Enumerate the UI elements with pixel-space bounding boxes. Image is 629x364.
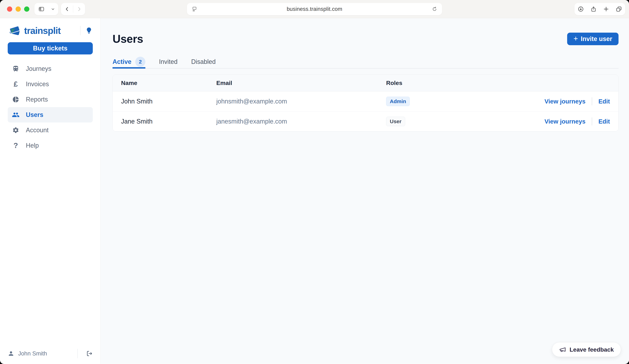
column-header-roles: Roles	[386, 80, 610, 86]
chevron-down-icon[interactable]	[51, 7, 55, 11]
view-journeys-link[interactable]: View journeys	[544, 98, 586, 105]
role-badge: Admin	[386, 97, 410, 106]
gear-icon	[12, 127, 19, 134]
back-button[interactable]	[64, 6, 70, 12]
window-controls	[7, 6, 29, 12]
plus-icon: +	[573, 35, 578, 42]
action-divider	[592, 117, 592, 125]
sidebar-user-row: John Smith	[8, 348, 93, 359]
brand-divider	[80, 26, 81, 35]
history-nav-group	[61, 3, 85, 15]
sidebar-item-label: Account	[26, 126, 49, 134]
zoom-window-button[interactable]	[24, 6, 29, 12]
pound-icon: £	[12, 80, 19, 88]
invite-user-button[interactable]: + Invite user	[567, 33, 619, 45]
tab-disabled-label: Disabled	[191, 58, 216, 65]
minimize-window-button[interactable]	[15, 6, 21, 12]
action-divider	[592, 97, 592, 105]
sidebar-item-help[interactable]: ? Help	[8, 138, 93, 153]
train-icon	[12, 65, 19, 72]
sidebar-item-invoices[interactable]: £ Invoices	[8, 77, 93, 92]
page-header: Users + Invite user	[113, 32, 619, 45]
user-name: John Smith	[121, 98, 216, 105]
pie-chart-icon	[12, 96, 19, 103]
sidebar: trainsplit Buy tickets	[0, 18, 101, 364]
sidebar-nav: Journeys £ Invoices Reports	[8, 61, 93, 153]
browser-toolbar: business.trainsplit.com	[0, 0, 629, 18]
new-tab-icon[interactable]	[603, 6, 609, 12]
main-content: Users + Invite user Active 2 Invited	[101, 18, 629, 364]
desktop: business.trainsplit.com	[0, 0, 629, 364]
share-icon[interactable]	[590, 6, 597, 12]
edit-link[interactable]: Edit	[599, 98, 610, 105]
lightbulb-icon[interactable]	[85, 27, 93, 34]
table-row: Jane Smith janesmith@example.com User Vi…	[113, 111, 618, 131]
user-row-divider	[77, 349, 78, 358]
toolbar-actions-group	[575, 3, 625, 15]
role-badge: User	[386, 117, 405, 126]
leave-feedback-label: Leave feedback	[570, 346, 614, 353]
invite-user-label: Invite user	[581, 35, 612, 43]
address-bar[interactable]: business.trainsplit.com	[187, 3, 442, 15]
page-title: Users	[113, 32, 143, 45]
column-header-name: Name	[121, 80, 216, 86]
user-status-tabs: Active 2 Invited Disabled	[113, 56, 619, 69]
browser-window: business.trainsplit.com	[0, 0, 629, 364]
sidebar-item-label: Help	[26, 142, 39, 149]
tab-invited-label: Invited	[159, 58, 177, 65]
tab-disabled[interactable]: Disabled	[191, 56, 216, 68]
sidebar-item-label: Users	[26, 111, 43, 118]
url-text[interactable]: business.trainsplit.com	[197, 6, 432, 12]
tab-overview-icon[interactable]	[616, 6, 622, 12]
leave-feedback-button[interactable]: Leave feedback	[552, 342, 621, 357]
app-body: trainsplit Buy tickets	[0, 18, 629, 364]
sidebar-item-label: Invoices	[26, 81, 49, 88]
megaphone-icon	[559, 346, 566, 353]
reload-icon[interactable]	[432, 6, 438, 12]
question-icon: ?	[12, 141, 19, 150]
brand-row: trainsplit	[8, 24, 93, 37]
edit-link[interactable]: Edit	[599, 118, 610, 125]
sidebar-item-label: Journeys	[26, 65, 51, 72]
column-header-email: Email	[216, 80, 386, 86]
current-user-name: John Smith	[18, 350, 47, 357]
sidebar-item-label: Reports	[26, 96, 48, 103]
page-format-icon[interactable]	[191, 6, 197, 12]
users-icon	[12, 111, 19, 119]
sidebar-toggle-group	[34, 3, 58, 15]
user-email: johnsmith@example.com	[216, 98, 386, 105]
downloads-icon[interactable]	[578, 6, 584, 12]
logout-icon[interactable]	[86, 350, 93, 357]
brand-wordmark: trainsplit	[24, 25, 61, 36]
person-icon	[8, 350, 14, 357]
sidebar-item-reports[interactable]: Reports	[8, 92, 93, 107]
sidebar-item-journeys[interactable]: Journeys	[8, 61, 93, 77]
view-journeys-link[interactable]: View journeys	[544, 118, 586, 125]
sidebar-toggle-icon[interactable]	[38, 6, 44, 12]
close-window-button[interactable]	[7, 6, 12, 12]
tab-active-label: Active	[113, 58, 131, 65]
trainsplit-logo-icon	[8, 25, 22, 36]
forward-button[interactable]	[76, 6, 82, 12]
tab-active[interactable]: Active 2	[113, 56, 145, 68]
user-email: janesmith@example.com	[216, 118, 386, 125]
active-count-badge: 2	[135, 57, 145, 67]
buy-tickets-button[interactable]: Buy tickets	[8, 42, 93, 54]
sidebar-item-users[interactable]: Users	[8, 107, 93, 122]
tab-invited[interactable]: Invited	[159, 56, 177, 68]
user-name: Jane Smith	[121, 118, 216, 125]
table-header-row: Name Email Roles	[113, 75, 618, 91]
sidebar-item-account[interactable]: Account	[8, 122, 93, 138]
users-table: Name Email Roles John Smith johnsmith@ex…	[113, 75, 619, 131]
table-row: John Smith johnsmith@example.com Admin V…	[113, 91, 618, 111]
